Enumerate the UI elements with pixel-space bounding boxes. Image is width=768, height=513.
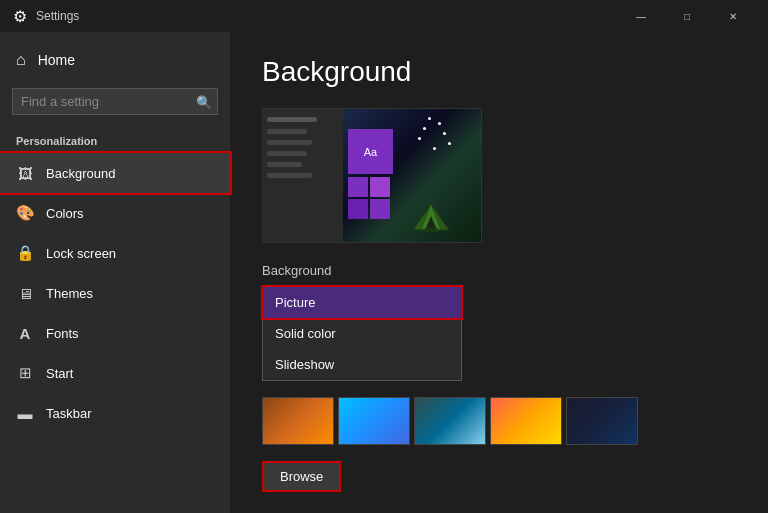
- fonts-icon: A: [16, 325, 34, 342]
- lock-screen-icon: 🔒: [16, 244, 34, 262]
- browse-button[interactable]: Browse: [262, 461, 341, 492]
- dropdown-option-picture[interactable]: Picture: [263, 287, 461, 318]
- preview-aa-tile: Aa: [348, 129, 393, 174]
- app-body: ⌂ Home 🔍 Personalization 🖼 Background 🎨 …: [0, 32, 768, 513]
- preview-stars: [428, 117, 431, 120]
- background-dropdown[interactable]: Picture Solid color Slideshow: [262, 286, 462, 381]
- window-controls: — □ ✕: [618, 0, 756, 32]
- fonts-label: Fonts: [46, 326, 79, 341]
- sidebar-item-fonts[interactable]: A Fonts: [0, 313, 230, 353]
- maximize-button[interactable]: □: [664, 0, 710, 32]
- preview-tiles: [348, 177, 390, 219]
- dropdown-option-slideshow[interactable]: Slideshow: [263, 349, 461, 380]
- taskbar-label: Taskbar: [46, 406, 92, 421]
- main-panel: Background A: [230, 32, 768, 513]
- recent-pic-2[interactable]: [338, 397, 410, 445]
- sidebar-item-home[interactable]: ⌂ Home: [0, 40, 230, 80]
- home-label: Home: [38, 52, 75, 68]
- search-box: 🔍: [12, 88, 218, 115]
- svg-point-3: [421, 228, 441, 232]
- preview-sidebar-mock: [263, 109, 343, 242]
- recent-pictures-row: [262, 397, 736, 445]
- sidebar-item-lock-screen[interactable]: 🔒 Lock screen: [0, 233, 230, 273]
- recent-pic-5[interactable]: [566, 397, 638, 445]
- recent-pic-4[interactable]: [490, 397, 562, 445]
- title-bar: ⚙ Settings — □ ✕: [0, 0, 768, 32]
- search-input[interactable]: [12, 88, 218, 115]
- start-label: Start: [46, 366, 73, 381]
- background-dropdown-label: Background: [262, 263, 736, 278]
- app-icon: ⚙: [12, 8, 28, 24]
- colors-label: Colors: [46, 206, 84, 221]
- sidebar: ⌂ Home 🔍 Personalization 🖼 Background 🎨 …: [0, 32, 230, 513]
- recent-pic-3[interactable]: [414, 397, 486, 445]
- minimize-button[interactable]: —: [618, 0, 664, 32]
- recent-pic-1[interactable]: [262, 397, 334, 445]
- background-icon: 🖼: [16, 165, 34, 182]
- background-preview: Aa: [262, 108, 482, 243]
- background-label: Background: [46, 166, 115, 181]
- sidebar-item-themes[interactable]: 🖥 Themes: [0, 273, 230, 313]
- sidebar-item-start[interactable]: ⊞ Start: [0, 353, 230, 393]
- colors-icon: 🎨: [16, 204, 34, 222]
- personalization-section-label: Personalization: [0, 123, 230, 153]
- lock-screen-label: Lock screen: [46, 246, 116, 261]
- dropdown-option-solid-color[interactable]: Solid color: [263, 318, 461, 349]
- page-title: Background: [262, 56, 736, 88]
- search-icon[interactable]: 🔍: [196, 94, 212, 109]
- home-icon: ⌂: [16, 51, 26, 69]
- dropdown-options-list: Picture Solid color Slideshow: [262, 286, 462, 381]
- themes-icon: 🖥: [16, 285, 34, 302]
- sidebar-item-taskbar[interactable]: ▬ Taskbar: [0, 393, 230, 433]
- sidebar-item-background[interactable]: 🖼 Background: [0, 153, 230, 193]
- preview-tent: [411, 202, 451, 232]
- themes-label: Themes: [46, 286, 93, 301]
- sidebar-item-colors[interactable]: 🎨 Colors: [0, 193, 230, 233]
- taskbar-icon: ▬: [16, 405, 34, 422]
- close-button[interactable]: ✕: [710, 0, 756, 32]
- title-bar-title: Settings: [36, 9, 618, 23]
- start-icon: ⊞: [16, 364, 34, 382]
